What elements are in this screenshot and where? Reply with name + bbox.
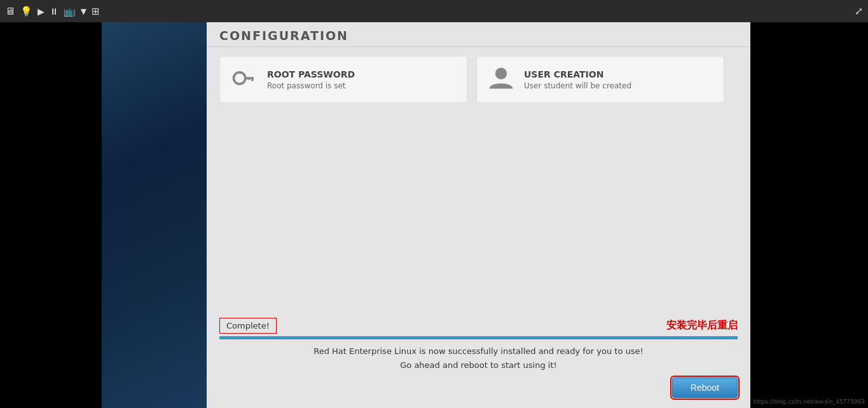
user-creation-card[interactable]: USER CREATION User student will be creat… — [476, 56, 724, 103]
user-icon — [487, 64, 515, 95]
grid-icon[interactable]: ⊞ — [92, 6, 100, 17]
reboot-annotation: 安装完毕后重启 — [666, 319, 738, 332]
resize-icon[interactable]: ⤢ — [855, 5, 863, 17]
root-password-card-text: ROOT PASSWORD Root password is set — [267, 69, 355, 90]
main-content: CONFIGURATION ROOT PASSWORD Root passwor… — [207, 22, 750, 408]
bottom-section: Complete! 安装完毕后重启 Red Hat Enterprise Lin… — [207, 318, 750, 408]
root-password-card[interactable]: ROOT PASSWORD Root password is set — [219, 56, 467, 103]
pause-icon[interactable]: ⏸ — [50, 6, 59, 17]
reboot-button[interactable]: Reboot — [672, 377, 738, 398]
svg-point-0 — [234, 72, 245, 84]
complete-row: Complete! 安装完毕后重启 — [219, 318, 738, 334]
user-creation-subtitle: User student will be created — [524, 81, 631, 90]
user-creation-title: USER CREATION — [524, 69, 631, 79]
watermark: https://blog.csdn.net/weixin_45775963 — [753, 398, 865, 405]
right-black-panel: https://blog.csdn.net/weixin_45775963 — [750, 22, 868, 408]
cards-row: ROOT PASSWORD Root password is set USER … — [207, 47, 750, 112]
svg-rect-2 — [251, 77, 254, 81]
reboot-button-row: Reboot — [219, 377, 738, 398]
svg-rect-3 — [248, 77, 251, 80]
user-creation-card-text: USER CREATION User student will be creat… — [524, 69, 631, 90]
empty-area — [207, 112, 750, 318]
bulb-icon[interactable]: 💡 — [20, 6, 32, 17]
root-password-title: ROOT PASSWORD — [267, 69, 355, 79]
root-password-subtitle: Root password is set — [267, 81, 355, 90]
monitor-icon[interactable]: 🖥 — [5, 5, 15, 17]
left-black-panel — [0, 22, 102, 408]
bottom-text: Red Hat Enterprise Linux is now successf… — [219, 344, 738, 372]
play-icon[interactable]: ▶ — [38, 6, 45, 17]
display-icon[interactable]: 📺 — [64, 6, 76, 17]
sidebar-panel — [102, 22, 207, 408]
complete-box: Complete! — [219, 318, 277, 334]
progress-bar — [219, 336, 738, 339]
svg-point-4 — [495, 68, 507, 79]
section-header: CONFIGURATION — [207, 22, 750, 47]
key-icon — [230, 64, 258, 95]
chevron-down-icon[interactable]: ▼ — [81, 7, 86, 16]
